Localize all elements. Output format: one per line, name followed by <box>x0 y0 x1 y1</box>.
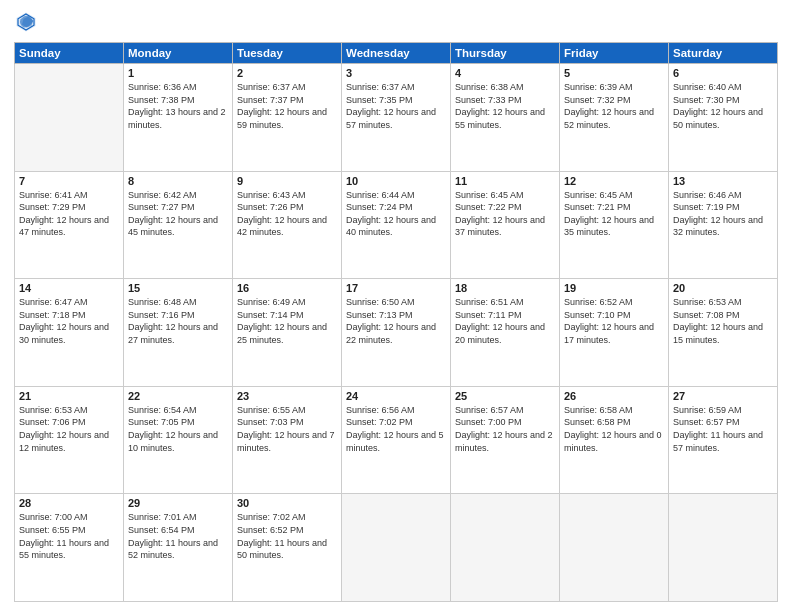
calendar-cell: 20Sunrise: 6:53 AM Sunset: 7:08 PM Dayli… <box>669 279 778 387</box>
cell-sun-info: Sunrise: 6:42 AM Sunset: 7:27 PM Dayligh… <box>128 189 228 239</box>
calendar-cell <box>669 494 778 602</box>
cell-sun-info: Sunrise: 6:47 AM Sunset: 7:18 PM Dayligh… <box>19 296 119 346</box>
cell-sun-info: Sunrise: 6:37 AM Sunset: 7:37 PM Dayligh… <box>237 81 337 131</box>
cell-sun-info: Sunrise: 6:51 AM Sunset: 7:11 PM Dayligh… <box>455 296 555 346</box>
cell-sun-info: Sunrise: 6:48 AM Sunset: 7:16 PM Dayligh… <box>128 296 228 346</box>
calendar-header-friday: Friday <box>560 43 669 64</box>
calendar-cell: 18Sunrise: 6:51 AM Sunset: 7:11 PM Dayli… <box>451 279 560 387</box>
cell-day-number: 12 <box>564 175 664 187</box>
calendar-cell: 17Sunrise: 6:50 AM Sunset: 7:13 PM Dayli… <box>342 279 451 387</box>
cell-sun-info: Sunrise: 6:38 AM Sunset: 7:33 PM Dayligh… <box>455 81 555 131</box>
cell-day-number: 15 <box>128 282 228 294</box>
cell-sun-info: Sunrise: 6:36 AM Sunset: 7:38 PM Dayligh… <box>128 81 228 131</box>
calendar: SundayMondayTuesdayWednesdayThursdayFrid… <box>14 42 778 602</box>
cell-day-number: 30 <box>237 497 337 509</box>
cell-sun-info: Sunrise: 6:59 AM Sunset: 6:57 PM Dayligh… <box>673 404 773 454</box>
cell-sun-info: Sunrise: 6:53 AM Sunset: 7:06 PM Dayligh… <box>19 404 119 454</box>
cell-sun-info: Sunrise: 6:55 AM Sunset: 7:03 PM Dayligh… <box>237 404 337 454</box>
cell-day-number: 19 <box>564 282 664 294</box>
calendar-header-sunday: Sunday <box>15 43 124 64</box>
header <box>14 10 778 34</box>
cell-sun-info: Sunrise: 6:54 AM Sunset: 7:05 PM Dayligh… <box>128 404 228 454</box>
calendar-header-saturday: Saturday <box>669 43 778 64</box>
cell-day-number: 14 <box>19 282 119 294</box>
cell-day-number: 9 <box>237 175 337 187</box>
calendar-cell: 26Sunrise: 6:58 AM Sunset: 6:58 PM Dayli… <box>560 386 669 494</box>
logo-icon <box>14 10 38 34</box>
calendar-week-5: 28Sunrise: 7:00 AM Sunset: 6:55 PM Dayli… <box>15 494 778 602</box>
cell-day-number: 4 <box>455 67 555 79</box>
cell-sun-info: Sunrise: 6:50 AM Sunset: 7:13 PM Dayligh… <box>346 296 446 346</box>
calendar-cell: 25Sunrise: 6:57 AM Sunset: 7:00 PM Dayli… <box>451 386 560 494</box>
calendar-cell: 29Sunrise: 7:01 AM Sunset: 6:54 PM Dayli… <box>124 494 233 602</box>
calendar-cell: 12Sunrise: 6:45 AM Sunset: 7:21 PM Dayli… <box>560 171 669 279</box>
cell-sun-info: Sunrise: 6:58 AM Sunset: 6:58 PM Dayligh… <box>564 404 664 454</box>
calendar-cell: 16Sunrise: 6:49 AM Sunset: 7:14 PM Dayli… <box>233 279 342 387</box>
cell-day-number: 22 <box>128 390 228 402</box>
cell-day-number: 6 <box>673 67 773 79</box>
calendar-cell: 6Sunrise: 6:40 AM Sunset: 7:30 PM Daylig… <box>669 64 778 172</box>
calendar-header-wednesday: Wednesday <box>342 43 451 64</box>
cell-day-number: 24 <box>346 390 446 402</box>
cell-day-number: 7 <box>19 175 119 187</box>
calendar-cell: 22Sunrise: 6:54 AM Sunset: 7:05 PM Dayli… <box>124 386 233 494</box>
cell-sun-info: Sunrise: 6:37 AM Sunset: 7:35 PM Dayligh… <box>346 81 446 131</box>
cell-sun-info: Sunrise: 6:43 AM Sunset: 7:26 PM Dayligh… <box>237 189 337 239</box>
calendar-cell: 21Sunrise: 6:53 AM Sunset: 7:06 PM Dayli… <box>15 386 124 494</box>
calendar-header-thursday: Thursday <box>451 43 560 64</box>
calendar-cell: 23Sunrise: 6:55 AM Sunset: 7:03 PM Dayli… <box>233 386 342 494</box>
calendar-cell <box>451 494 560 602</box>
cell-day-number: 1 <box>128 67 228 79</box>
cell-day-number: 28 <box>19 497 119 509</box>
cell-day-number: 13 <box>673 175 773 187</box>
calendar-cell: 15Sunrise: 6:48 AM Sunset: 7:16 PM Dayli… <box>124 279 233 387</box>
calendar-cell: 7Sunrise: 6:41 AM Sunset: 7:29 PM Daylig… <box>15 171 124 279</box>
calendar-cell: 4Sunrise: 6:38 AM Sunset: 7:33 PM Daylig… <box>451 64 560 172</box>
cell-day-number: 27 <box>673 390 773 402</box>
cell-day-number: 23 <box>237 390 337 402</box>
cell-day-number: 17 <box>346 282 446 294</box>
cell-day-number: 10 <box>346 175 446 187</box>
cell-sun-info: Sunrise: 7:00 AM Sunset: 6:55 PM Dayligh… <box>19 511 119 561</box>
calendar-cell: 27Sunrise: 6:59 AM Sunset: 6:57 PM Dayli… <box>669 386 778 494</box>
calendar-cell: 8Sunrise: 6:42 AM Sunset: 7:27 PM Daylig… <box>124 171 233 279</box>
calendar-cell: 30Sunrise: 7:02 AM Sunset: 6:52 PM Dayli… <box>233 494 342 602</box>
calendar-header-monday: Monday <box>124 43 233 64</box>
calendar-header-tuesday: Tuesday <box>233 43 342 64</box>
cell-sun-info: Sunrise: 6:53 AM Sunset: 7:08 PM Dayligh… <box>673 296 773 346</box>
cell-day-number: 25 <box>455 390 555 402</box>
calendar-cell: 5Sunrise: 6:39 AM Sunset: 7:32 PM Daylig… <box>560 64 669 172</box>
cell-sun-info: Sunrise: 6:40 AM Sunset: 7:30 PM Dayligh… <box>673 81 773 131</box>
calendar-cell: 10Sunrise: 6:44 AM Sunset: 7:24 PM Dayli… <box>342 171 451 279</box>
cell-day-number: 3 <box>346 67 446 79</box>
calendar-week-2: 7Sunrise: 6:41 AM Sunset: 7:29 PM Daylig… <box>15 171 778 279</box>
cell-day-number: 16 <box>237 282 337 294</box>
calendar-cell: 28Sunrise: 7:00 AM Sunset: 6:55 PM Dayli… <box>15 494 124 602</box>
calendar-cell <box>15 64 124 172</box>
cell-day-number: 11 <box>455 175 555 187</box>
calendar-cell: 14Sunrise: 6:47 AM Sunset: 7:18 PM Dayli… <box>15 279 124 387</box>
calendar-cell: 3Sunrise: 6:37 AM Sunset: 7:35 PM Daylig… <box>342 64 451 172</box>
cell-sun-info: Sunrise: 6:45 AM Sunset: 7:21 PM Dayligh… <box>564 189 664 239</box>
cell-sun-info: Sunrise: 7:02 AM Sunset: 6:52 PM Dayligh… <box>237 511 337 561</box>
calendar-cell: 24Sunrise: 6:56 AM Sunset: 7:02 PM Dayli… <box>342 386 451 494</box>
calendar-cell <box>560 494 669 602</box>
cell-day-number: 18 <box>455 282 555 294</box>
cell-sun-info: Sunrise: 6:41 AM Sunset: 7:29 PM Dayligh… <box>19 189 119 239</box>
logo <box>14 10 42 34</box>
calendar-cell: 9Sunrise: 6:43 AM Sunset: 7:26 PM Daylig… <box>233 171 342 279</box>
cell-day-number: 5 <box>564 67 664 79</box>
calendar-cell: 19Sunrise: 6:52 AM Sunset: 7:10 PM Dayli… <box>560 279 669 387</box>
cell-sun-info: Sunrise: 7:01 AM Sunset: 6:54 PM Dayligh… <box>128 511 228 561</box>
cell-day-number: 2 <box>237 67 337 79</box>
cell-day-number: 8 <box>128 175 228 187</box>
cell-day-number: 29 <box>128 497 228 509</box>
calendar-cell: 1Sunrise: 6:36 AM Sunset: 7:38 PM Daylig… <box>124 64 233 172</box>
calendar-header-row: SundayMondayTuesdayWednesdayThursdayFrid… <box>15 43 778 64</box>
calendar-week-3: 14Sunrise: 6:47 AM Sunset: 7:18 PM Dayli… <box>15 279 778 387</box>
calendar-week-1: 1Sunrise: 6:36 AM Sunset: 7:38 PM Daylig… <box>15 64 778 172</box>
cell-sun-info: Sunrise: 6:52 AM Sunset: 7:10 PM Dayligh… <box>564 296 664 346</box>
cell-sun-info: Sunrise: 6:45 AM Sunset: 7:22 PM Dayligh… <box>455 189 555 239</box>
calendar-cell: 2Sunrise: 6:37 AM Sunset: 7:37 PM Daylig… <box>233 64 342 172</box>
cell-sun-info: Sunrise: 6:39 AM Sunset: 7:32 PM Dayligh… <box>564 81 664 131</box>
